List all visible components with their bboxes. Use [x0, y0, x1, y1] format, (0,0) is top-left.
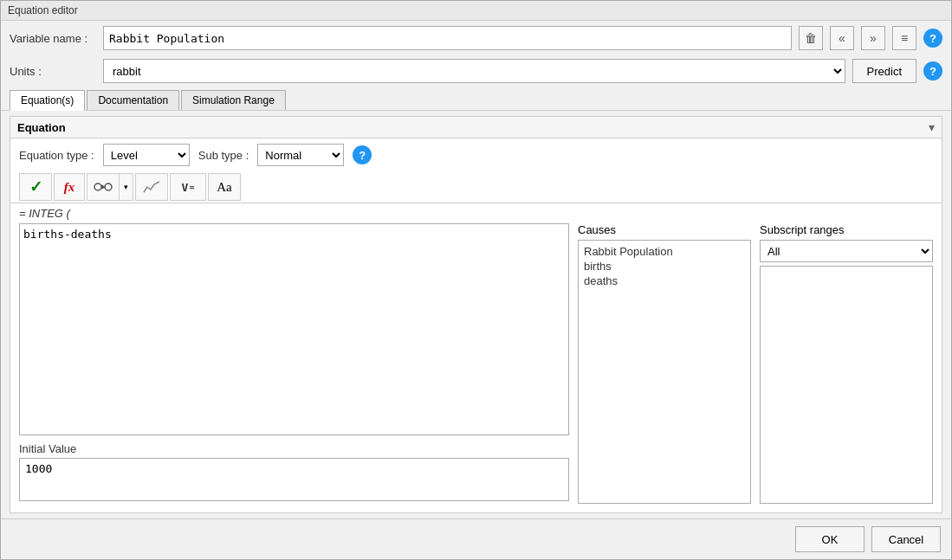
node-icon [94, 178, 113, 196]
prev-button[interactable]: « [830, 26, 854, 50]
tabs-container: Equation(s) Documentation Simulation Ran… [1, 87, 951, 111]
initial-value-textarea[interactable]: 1000 [19, 458, 569, 501]
node-dropdown-button[interactable]: ▾ [120, 173, 133, 201]
text-format-button[interactable]: Aa [208, 173, 241, 201]
svg-point-1 [105, 183, 112, 190]
units-help-icon: ? [929, 65, 936, 78]
causes-label: Causes [578, 223, 751, 236]
equation-panel: Equation ▾ Equation type : Level Sub typ… [10, 116, 942, 513]
units-select[interactable]: rabbit [103, 59, 845, 83]
next-button[interactable]: » [861, 26, 885, 50]
cancel-button[interactable]: Cancel [871, 526, 941, 552]
vensim-button[interactable]: V= [170, 173, 206, 201]
eq-help-icon: ? [359, 149, 366, 162]
subscript-list [760, 266, 933, 504]
equation-toolbar: ✓ fx ▾ [10, 171, 942, 203]
integ-label: = INTEG ( [10, 203, 942, 223]
causes-panel: Causes Rabbit Population births deaths [578, 223, 751, 504]
tab-equations[interactable]: Equation(s) [10, 90, 85, 111]
prev-icon: « [839, 31, 845, 45]
predict-button[interactable]: Predict [852, 59, 916, 83]
panel-collapse-icon[interactable]: ▾ [929, 120, 935, 134]
subtype-select[interactable]: Normal [257, 144, 344, 166]
vensim-icon: V= [182, 181, 195, 194]
causes-list: Rabbit Population births deaths [578, 240, 751, 504]
causes-item-rabbit-population: Rabbit Population [582, 244, 747, 259]
equation-header-label: Equation [17, 121, 66, 134]
tab-documentation[interactable]: Documentation [87, 90, 179, 110]
equation-editor-textarea[interactable]: births-deaths [19, 223, 569, 435]
causes-item-births: births [582, 259, 747, 274]
initial-value-label: Initial Value [19, 442, 569, 455]
equation-editor-dialog: Equation editor Variable name : 🗑 « » ≡ … [0, 0, 952, 560]
next-icon: » [870, 31, 877, 45]
trash-icon: 🗑 [805, 31, 817, 45]
svg-point-0 [94, 183, 101, 190]
fx-button[interactable]: fx [54, 173, 85, 201]
main-content: births-deaths Initial Value 1000 Causes … [10, 223, 942, 512]
subtype-label: Sub type : [198, 149, 249, 162]
causes-item-deaths: deaths [582, 274, 747, 288]
title-bar: Equation editor [1, 1, 951, 21]
check-icon: ✓ [29, 177, 42, 196]
subscript-panel: Subscript ranges All [760, 223, 933, 504]
eq-help-button[interactable]: ? [353, 145, 372, 164]
help-icon: ? [929, 32, 936, 45]
list-icon: ≡ [901, 31, 908, 45]
title-label: Equation editor [8, 4, 78, 16]
ok-button[interactable]: OK [795, 526, 865, 552]
variable-help-button[interactable]: ? [923, 29, 942, 48]
subscript-select[interactable]: All [760, 240, 933, 262]
variable-name-label: Variable name : [10, 32, 96, 45]
tab-simulation-range[interactable]: Simulation Range [181, 90, 286, 110]
variable-name-section: Variable name : 🗑 « » ≡ ? [1, 21, 951, 55]
graph-icon [142, 178, 161, 196]
check-doc-button[interactable]: ✓ [19, 173, 52, 201]
subscript-label: Subscript ranges [760, 223, 933, 236]
node-group: ▾ [87, 173, 133, 201]
fx-icon: fx [64, 180, 75, 195]
bottom-buttons: OK Cancel [1, 518, 951, 559]
equation-type-row: Equation type : Level Sub type : Normal … [10, 138, 942, 171]
trash-button[interactable]: 🗑 [799, 26, 823, 50]
list-button[interactable]: ≡ [892, 26, 916, 50]
units-label: Units : [10, 65, 96, 78]
equation-type-select[interactable]: Level [103, 144, 190, 166]
eq-type-label: Equation type : [19, 149, 94, 162]
graph-button[interactable] [135, 173, 168, 201]
chevron-down-icon: ▾ [124, 183, 128, 191]
variable-name-input[interactable] [103, 26, 792, 50]
aa-icon: Aa [217, 180, 232, 195]
units-section: Units : rabbit Predict ? [1, 55, 951, 87]
initial-value-section: Initial Value 1000 [19, 442, 569, 504]
node-button[interactable] [87, 173, 120, 201]
units-help-button[interactable]: ? [923, 61, 942, 80]
equation-header: Equation ▾ [10, 117, 942, 138]
equation-editor-column: births-deaths Initial Value 1000 [19, 223, 569, 504]
